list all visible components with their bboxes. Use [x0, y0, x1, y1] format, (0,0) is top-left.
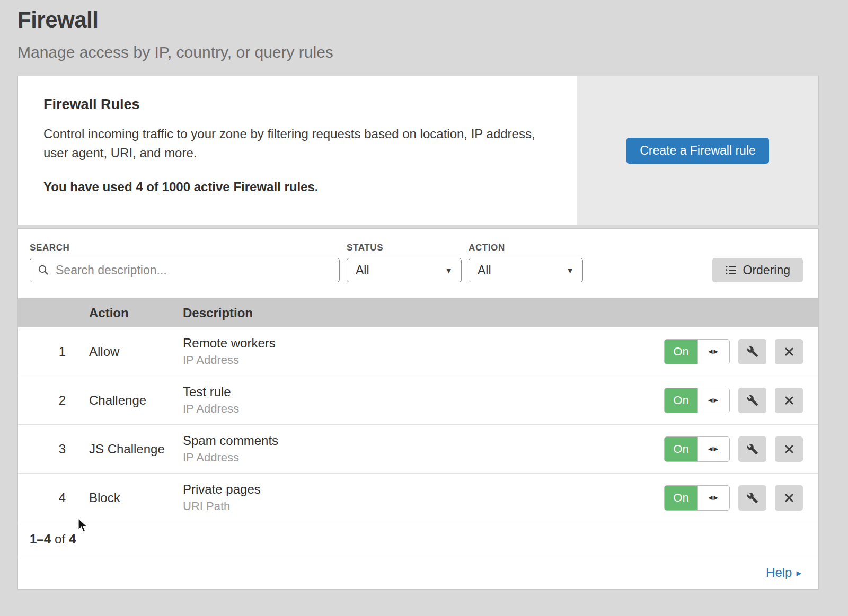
close-icon	[784, 346, 794, 357]
search-filter-group: SEARCH	[30, 243, 340, 282]
rule-number: 4	[18, 490, 89, 505]
rule-enabled-toggle[interactable]: On ◀▶	[664, 388, 730, 413]
toggle-knob-icon[interactable]: ◀▶	[697, 388, 729, 413]
action-column-header: Action	[89, 306, 183, 320]
pagination: 1–4 of 4	[18, 522, 818, 556]
wrench-icon	[747, 395, 758, 406]
rule-description: Test rule	[183, 385, 664, 399]
table-row: 1 Allow Remote workers IP Address On ◀▶	[18, 327, 818, 376]
toggle-knob-icon[interactable]: ◀▶	[697, 486, 729, 510]
edit-rule-button[interactable]	[738, 388, 766, 413]
search-icon	[38, 264, 49, 276]
action-selected-value: All	[478, 263, 491, 278]
table-row: 3 JS Challenge Spam comments IP Address …	[18, 425, 818, 474]
edit-rule-button[interactable]	[738, 339, 766, 364]
rule-controls: On ◀▶	[664, 436, 818, 462]
filters-bar: SEARCH STATUS All ▼	[18, 229, 818, 298]
close-icon	[784, 395, 794, 406]
status-selected-value: All	[356, 263, 369, 278]
usage-text: You have used 4 of 1000 active Firewall …	[43, 180, 551, 194]
rule-description-cell: Private pages URI Path	[183, 482, 664, 513]
delete-rule-button[interactable]	[775, 436, 803, 462]
rule-description: Remote workers	[183, 336, 664, 351]
help-link-label: Help	[766, 565, 792, 580]
delete-rule-button[interactable]	[775, 485, 803, 511]
rule-controls: On ◀▶	[664, 339, 818, 364]
rule-match-type: IP Address	[183, 402, 664, 416]
page-subtitle: Manage access by IP, country, or query r…	[17, 43, 848, 61]
chevron-down-icon: ▼	[566, 266, 574, 275]
rule-match-type: IP Address	[183, 451, 664, 465]
delete-rule-button[interactable]	[775, 339, 803, 364]
toggle-knob-icon[interactable]: ◀▶	[697, 340, 729, 364]
rule-action: Challenge	[89, 393, 183, 408]
table-header: Action Description	[18, 298, 818, 327]
firewall-rules-card-body: Firewall Rules Control incoming traffic …	[18, 76, 577, 225]
rule-description-cell: Test rule IP Address	[183, 385, 664, 416]
wrench-icon	[747, 492, 758, 504]
rule-description-cell: Remote workers IP Address	[183, 336, 664, 367]
rule-action: JS Challenge	[89, 442, 183, 457]
rule-enabled-toggle[interactable]: On ◀▶	[664, 485, 730, 511]
chevron-down-icon: ▼	[445, 266, 453, 275]
pagination-total: 4	[69, 532, 76, 547]
delete-rule-button[interactable]	[775, 388, 803, 413]
toggle-on-label[interactable]: On	[665, 437, 697, 461]
rule-controls: On ◀▶	[664, 485, 818, 511]
status-label: STATUS	[347, 243, 462, 253]
rule-match-type: URI Path	[183, 499, 664, 513]
wrench-icon	[747, 346, 758, 358]
page-title: Firewall	[17, 7, 848, 33]
card-action-panel: Create a Firewall rule	[577, 76, 818, 225]
ordering-button-label: Ordering	[743, 263, 790, 278]
card-description: Control incoming traffic to your zone by…	[43, 124, 547, 163]
close-icon	[784, 444, 794, 454]
rule-action: Allow	[89, 344, 183, 359]
help-link[interactable]: Help ▸	[766, 565, 801, 580]
rule-controls: On ◀▶	[664, 388, 818, 413]
help-row: Help ▸	[18, 556, 818, 589]
action-filter-group: ACTION All ▼	[469, 243, 583, 282]
toggle-on-label[interactable]: On	[665, 340, 697, 364]
rules-table-body: 1 Allow Remote workers IP Address On ◀▶	[18, 327, 818, 522]
rule-match-type: IP Address	[183, 353, 664, 367]
edit-rule-button[interactable]	[738, 485, 766, 511]
table-row: 4 Block Private pages URI Path On ◀▶	[18, 474, 818, 522]
arrow-right-icon: ▸	[796, 567, 801, 579]
rule-description-cell: Spam comments IP Address	[183, 433, 664, 465]
rule-number: 1	[18, 344, 89, 359]
toggle-on-label[interactable]: On	[665, 388, 697, 413]
toggle-knob-icon[interactable]: ◀▶	[697, 437, 729, 461]
status-select[interactable]: All ▼	[347, 258, 462, 282]
pagination-of: of	[55, 532, 65, 547]
wrench-icon	[747, 443, 758, 455]
firewall-rules-card: Firewall Rules Control incoming traffic …	[17, 76, 819, 225]
rule-number: 3	[18, 442, 89, 457]
rule-action: Block	[89, 490, 183, 505]
search-label: SEARCH	[30, 243, 340, 253]
close-icon	[784, 493, 794, 503]
create-firewall-rule-button[interactable]: Create a Firewall rule	[626, 138, 769, 164]
ordering-button[interactable]: Ordering	[712, 258, 803, 282]
firewall-page: Firewall Manage access by IP, country, o…	[0, 0, 848, 590]
rule-description: Private pages	[183, 482, 664, 497]
toggle-on-label[interactable]: On	[665, 486, 697, 510]
pagination-range: 1–4	[30, 532, 51, 547]
search-input-wrapper[interactable]	[30, 258, 340, 282]
status-filter-group: STATUS All ▼	[347, 243, 462, 282]
edit-rule-button[interactable]	[738, 436, 766, 462]
rules-card: SEARCH STATUS All ▼	[17, 228, 819, 590]
table-row: 2 Challenge Test rule IP Address On ◀▶	[18, 376, 818, 425]
description-column-header: Description	[183, 306, 818, 320]
search-input[interactable]	[55, 263, 332, 278]
rule-enabled-toggle[interactable]: On ◀▶	[664, 339, 730, 364]
ordering-list-icon	[725, 264, 737, 276]
rule-description: Spam comments	[183, 433, 664, 448]
rule-enabled-toggle[interactable]: On ◀▶	[664, 436, 730, 462]
rule-number: 2	[18, 393, 89, 408]
card-heading: Firewall Rules	[43, 96, 551, 113]
action-select[interactable]: All ▼	[469, 258, 583, 282]
action-label: ACTION	[469, 243, 583, 253]
